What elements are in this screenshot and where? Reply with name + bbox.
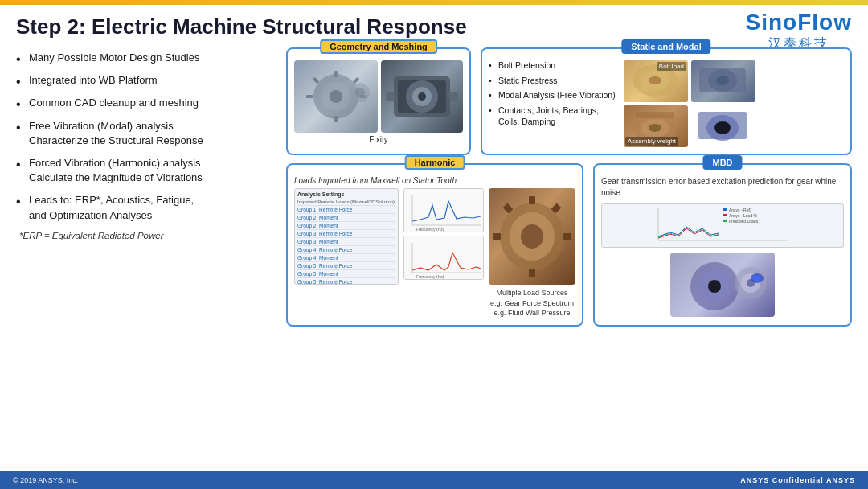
- svg-text:Frequency (Hz): Frequency (Hz): [416, 227, 444, 232]
- static-img-bottom-row: Assembly weight: [624, 105, 755, 147]
- analysis-table: Analysis Settings Imported Remote Loads …: [294, 188, 399, 285]
- geometry-panel-label: Geometry and Meshing: [320, 39, 437, 54]
- analysis-row-6: Group 4: Remote Force: [297, 246, 395, 254]
- mbd-panel: MBD Gear transmission error based excita…: [593, 163, 852, 327]
- chart-2-svg: Frequency (Hz): [404, 236, 484, 280]
- svg-point-20: [649, 76, 661, 84]
- bolt-img2-svg: [691, 60, 754, 101]
- harmonic-gear-svg: [489, 188, 575, 285]
- assembly2-svg: [691, 105, 754, 146]
- analysis-row-9: Group 5: Moment: [297, 270, 395, 278]
- svg-rect-44: [493, 233, 501, 240]
- svg-point-23: [716, 76, 729, 85]
- geometry-images: [294, 60, 463, 133]
- footer: © 2019 ANSYS, Inc. ANSYS Confidential AN…: [0, 471, 868, 489]
- svg-rect-48: [650, 204, 795, 248]
- svg-rect-51: [723, 208, 727, 211]
- svg-text:Frequency (Hz): Frequency (Hz): [416, 274, 444, 279]
- chart-1: Frequency (Hz): [403, 188, 484, 232]
- bullet-5: Forced Vibration (Harmonic) analysisCalc…: [16, 156, 273, 185]
- bullet-3: Common CAD cleanup and meshing: [16, 96, 273, 110]
- page-title: Step 2: Electric Machine Structural Resp…: [16, 14, 852, 39]
- static-bullet-3: Modal Analysis (Free Vibration): [489, 90, 617, 101]
- bullet-6: Leads to: ERP*, Acoustics, Fatigue,and O…: [16, 193, 273, 222]
- analysis-row-1: Group 1: Remote Force: [297, 206, 395, 214]
- main-content: Step 2: Electric Machine Structural Resp…: [0, 5, 868, 333]
- bullet-list: Many Possible Motor Design Studies Integ…: [16, 51, 273, 223]
- static-bullet-2: Static Prestress: [489, 76, 617, 87]
- harmonic-charts: Frequency (Hz) Frequency: [403, 188, 484, 318]
- erp-note: *ERP = Equivalent Radiated Power: [16, 231, 273, 240]
- harmonic-inner: Analysis Settings Imported Remote Loads …: [294, 188, 575, 318]
- svg-point-64: [754, 276, 760, 281]
- svg-rect-35: [404, 236, 484, 280]
- svg-rect-4: [334, 116, 338, 122]
- svg-rect-3: [334, 71, 338, 77]
- svg-text:Ansys - Load %: Ansys - Load %: [729, 213, 758, 218]
- analysis-row-4: Group 3: Remote Force: [297, 230, 395, 238]
- svg-rect-42: [529, 196, 535, 204]
- analysis-row-5: Group 3: Moment: [297, 238, 395, 246]
- content-row: Many Possible Motor Design Studies Integ…: [16, 47, 852, 327]
- footer-copyright: © 2019 ANSYS, Inc.: [13, 476, 78, 484]
- footer-brand: ANSYS Confidential ANSYS: [740, 476, 855, 484]
- svg-point-41: [521, 224, 543, 249]
- svg-rect-43: [529, 269, 535, 277]
- bolt-load-img-2: [691, 60, 755, 102]
- mbd-gear-image: [670, 253, 775, 317]
- svg-rect-45: [563, 233, 571, 240]
- right-column: Geometry and Meshing: [286, 47, 852, 327]
- gear-image: [294, 60, 378, 133]
- bolt-load-annotation: Bolt load: [657, 62, 686, 71]
- svg-rect-16: [386, 92, 395, 101]
- analysis-row-7: Group 4: Moment: [297, 254, 395, 262]
- assembly-weight-annotation: Assembly weight: [625, 137, 678, 146]
- svg-text:Predicted Loads *: Predicted Loads *: [729, 219, 761, 224]
- bullet-4: Free Vibration (Modal) analysisCharacter…: [16, 119, 273, 148]
- harmonic-content: Loads Imported from Maxwell on Stator To…: [294, 176, 575, 318]
- svg-point-10: [355, 88, 365, 97]
- mbd-panel-label: MBD: [702, 155, 742, 170]
- svg-point-15: [418, 92, 426, 101]
- svg-rect-27: [636, 112, 674, 118]
- fixity-label: Fixity: [294, 135, 463, 144]
- left-column: Many Possible Motor Design Studies Integ…: [16, 47, 273, 327]
- harmonic-gear-section: Multiple Load Sourcese.g. Gear Force Spe…: [489, 188, 575, 318]
- analysis-row-8: Group 5: Remote Force: [297, 262, 395, 270]
- mbd-gear-wrapper: [601, 253, 844, 317]
- svg-text:Ansys - Ref1: Ansys - Ref1: [729, 208, 752, 212]
- static-bullets: Bolt Pretension Static Prestress Modal A…: [489, 60, 617, 147]
- gear-svg: [300, 64, 372, 129]
- top-panels: Geometry and Meshing: [286, 47, 852, 155]
- static-modal-panel: Static and Modal Bolt Pretension Static …: [481, 47, 852, 155]
- harmonic-panel-label: Harmonic: [405, 155, 465, 170]
- static-modal-label: Static and Modal: [621, 39, 710, 54]
- static-content: Bolt Pretension Static Prestress Modal A…: [489, 60, 844, 147]
- svg-rect-55: [723, 220, 727, 222]
- svg-point-30: [714, 121, 731, 134]
- mbd-gear-svg: [670, 253, 775, 317]
- bottom-panels: Harmonic Loads Imported from Maxwell on …: [286, 163, 852, 327]
- analysis-sub-title: Imported Remote Loads (Maxwell2DSolution…: [297, 199, 395, 206]
- harmonic-panel: Harmonic Loads Imported from Maxwell on …: [286, 163, 583, 327]
- assembly-img-1: Assembly weight: [624, 105, 688, 147]
- mbd-chart-svg: Ansys - Ref1 Ansys - Load % Predicted Lo…: [602, 204, 843, 248]
- harmonic-title: Loads Imported from Maxwell on Stator To…: [294, 176, 575, 185]
- static-images: Bolt load: [624, 60, 755, 147]
- analysis-row-10: Group 5: Remote Force: [297, 278, 395, 285]
- svg-point-2: [330, 90, 342, 103]
- svg-rect-17: [448, 92, 458, 101]
- mbd-chart: Ansys - Ref1 Ansys - Load % Predicted Lo…: [601, 203, 844, 248]
- static-img-top-row: Bolt load: [624, 60, 755, 102]
- svg-rect-5: [306, 95, 313, 98]
- mbd-description: Gear transmission error based excitation…: [601, 176, 844, 199]
- static-bullet-1: Bolt Pretension: [489, 60, 617, 72]
- multiple-load-text: Multiple Load Sourcese.g. Gear Force Spe…: [490, 288, 574, 318]
- motor-image: [381, 60, 463, 133]
- analysis-row-3: Group 2: Moment: [297, 222, 395, 230]
- analysis-table-title: Analysis Settings: [297, 191, 395, 197]
- svg-rect-53: [723, 214, 727, 216]
- bullet-1: Many Possible Motor Design Studies: [16, 51, 273, 65]
- analysis-row-2: Group 2: Moment: [297, 214, 395, 222]
- static-bullet-4: Contacts, Joints, Bearings, Coils, Dampi…: [489, 105, 617, 127]
